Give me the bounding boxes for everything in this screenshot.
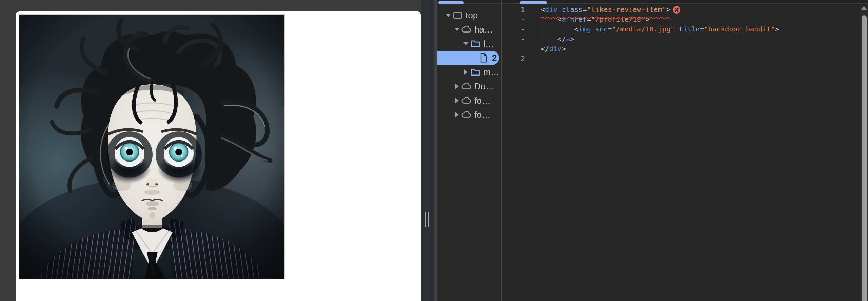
token-str: "backdoor_bandit"	[704, 25, 775, 33]
editor-content[interactable]: 1----2 <div class="likes-review-item"><a…	[502, 4, 860, 301]
code-line[interactable]: <img src="/media/18.jpg" title="backdoor…	[541, 24, 860, 34]
tree-item-label: Du…	[474, 81, 494, 92]
cloud-icon	[461, 110, 472, 120]
token-attr: src	[595, 25, 608, 33]
code-area[interactable]: <div class="likes-review-item"><a href="…	[541, 5, 860, 64]
browser-toolbar-edge	[0, 0, 421, 11]
token-sp	[566, 15, 570, 23]
line-number: -	[502, 44, 525, 54]
token-sp	[591, 25, 595, 33]
token-p: >	[646, 15, 650, 23]
token-p: <	[557, 15, 561, 23]
tree-item-fo[interactable]: fo…	[437, 108, 499, 122]
sources-navigator: topha…l…2m…Du…fo…fo…	[437, 0, 501, 301]
token-tag: a	[562, 15, 566, 23]
token-tag: a	[566, 35, 570, 43]
tree-item-label: fo…	[474, 95, 491, 106]
code-line[interactable]: <div class="likes-review-item">	[541, 5, 860, 15]
tree-item-m[interactable]: m…	[437, 65, 499, 79]
file-icon	[479, 53, 489, 63]
line-number-gutter: 1----2	[502, 5, 525, 64]
browser-window-frame	[0, 0, 16, 301]
triangle-glyph	[455, 84, 459, 89]
triangle-glyph	[455, 98, 459, 103]
tree-item-label: m…	[483, 67, 499, 78]
chevron-expanded-icon[interactable]	[445, 14, 451, 17]
triangle-glyph	[454, 28, 460, 31]
devtools-panel: topha…l…2m…Du…fo…fo… 1----2 <div class="…	[421, 0, 868, 301]
chevron-collapsed-icon[interactable]	[463, 69, 469, 75]
code-line[interactable]: <a href="/profile/18">	[541, 15, 860, 24]
folder-icon	[470, 67, 480, 77]
tree-item-label: top	[466, 10, 478, 21]
chevron-collapsed-icon[interactable]	[454, 112, 460, 117]
devtools-dock-divider[interactable]	[421, 0, 434, 301]
tree-item-label: fo…	[474, 110, 491, 120]
editor-tabstrip[interactable]	[502, 0, 868, 4]
source-editor: 1----2 <div class="likes-review-item"><a…	[502, 0, 868, 301]
divider-drag-handle-icon[interactable]	[428, 212, 429, 227]
line-number: -	[502, 24, 525, 34]
token-str: "/profile/18"	[591, 15, 645, 23]
token-p: =	[608, 25, 612, 33]
file-tree: topha…l…2m…Du…fo…fo…	[437, 8, 501, 122]
tree-item-2[interactable]: 2	[437, 51, 499, 65]
triangle-glyph	[464, 69, 468, 75]
token-sp	[675, 25, 679, 33]
tree-item-fo[interactable]: fo…	[437, 93, 499, 108]
token-p: =	[700, 25, 704, 33]
chevron-collapsed-icon[interactable]	[454, 84, 460, 89]
editor-scrollbar[interactable]	[860, 4, 868, 301]
token-p: >	[570, 35, 574, 43]
line-number: -	[502, 15, 525, 24]
cloud-icon	[461, 24, 472, 35]
tree-item-top[interactable]: top	[437, 8, 499, 22]
triangle-glyph	[446, 14, 451, 17]
code-line[interactable]: </div>	[541, 44, 860, 54]
line-number: -	[502, 34, 525, 44]
token-p: =	[587, 15, 591, 23]
tree-item-label: ha…	[474, 24, 493, 35]
navigator-tabstrip[interactable]	[437, 0, 501, 4]
divider-drag-handle-icon[interactable]	[425, 212, 426, 227]
chevron-expanded-icon[interactable]	[463, 42, 469, 45]
token-str: "/media/18.jpg"	[612, 25, 675, 33]
active-tab-indicator	[438, 1, 464, 4]
tree-item-Du[interactable]: Du…	[437, 79, 499, 93]
profile-image-link[interactable]	[19, 14, 285, 279]
code-line[interactable]: </a>	[541, 34, 860, 44]
token-p: >	[562, 45, 566, 53]
chevron-expanded-icon[interactable]	[454, 28, 460, 31]
screen: topha…l…2m…Du…fo…fo… 1----2 <div class="…	[0, 0, 868, 301]
line-number: 1	[502, 5, 525, 15]
token-tag: img	[578, 25, 591, 33]
active-file-tab-indicator	[520, 1, 547, 4]
indent-guide	[538, 15, 538, 44]
token-attr: title	[679, 25, 700, 33]
tree-item-ha[interactable]: ha…	[437, 22, 499, 37]
token-p: </	[557, 35, 566, 43]
triangle-glyph	[463, 42, 469, 45]
cloud-icon	[461, 81, 472, 91]
tree-item-label: 2	[492, 53, 497, 63]
portrait-image	[19, 15, 284, 279]
tree-item-l[interactable]: l…	[437, 37, 499, 51]
token-p: </	[541, 45, 549, 53]
browser-page	[16, 11, 421, 301]
devtools-left-edge	[434, 0, 437, 301]
token-p: <	[574, 25, 578, 33]
frame-icon	[453, 10, 463, 20]
folder-icon	[470, 39, 480, 49]
code-line[interactable]	[541, 54, 860, 64]
scrollbar-thumb[interactable]	[862, 15, 867, 301]
token-p: >	[775, 25, 779, 33]
triangle-glyph	[455, 112, 459, 117]
tree-item-label: l…	[483, 39, 494, 49]
scroll-up-arrow-icon[interactable]	[861, 6, 867, 10]
chevron-collapsed-icon[interactable]	[454, 98, 460, 103]
line-number: 2	[502, 54, 525, 64]
token-attr: href	[570, 15, 587, 23]
cloud-icon	[461, 95, 472, 106]
token-tag: div	[549, 45, 562, 53]
error-icon[interactable]	[673, 6, 681, 14]
